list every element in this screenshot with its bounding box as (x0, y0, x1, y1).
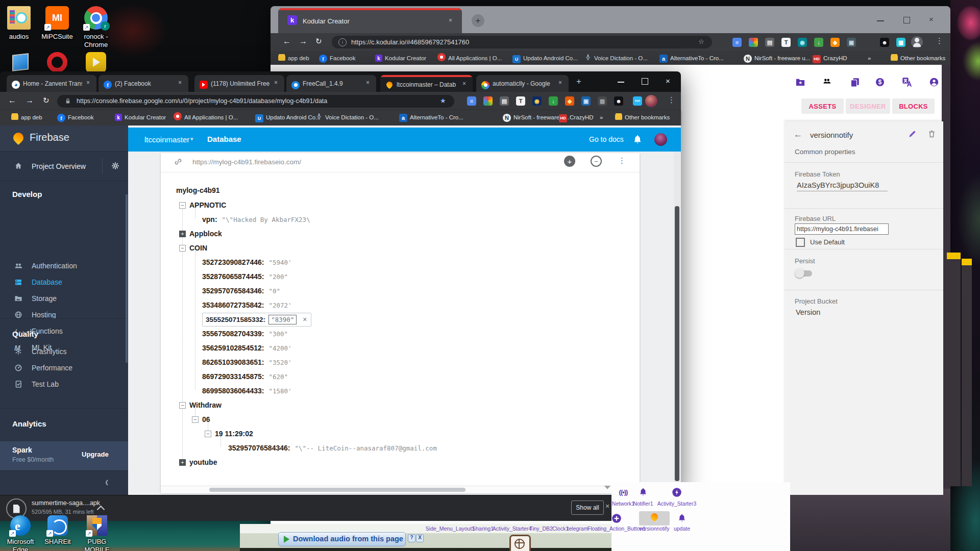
bookmark-item[interactable]: app deb (278, 54, 309, 63)
extension-icon[interactable]: ▤ (500, 96, 509, 106)
tree-row[interactable]: 352876065874445:"200" (202, 271, 288, 282)
bookmark-item[interactable]: UUpdato Android Co... (512, 54, 578, 63)
card-hscrollbar[interactable] (161, 486, 640, 493)
tree-key[interactable]: 862651039083651: (202, 358, 264, 366)
tree-row[interactable]: 869729033145875:"620" (202, 371, 288, 382)
tree-row[interactable]: 353486072735842:"2072' (202, 299, 292, 311)
extension-icon[interactable]: ◉ (798, 38, 807, 47)
outer-minimize-button[interactable] (877, 20, 884, 21)
tree-value[interactable]: "3520' (268, 359, 291, 366)
tree-node-name[interactable]: APPNOTIC (189, 201, 226, 209)
tab-close-icon[interactable]: × (274, 79, 278, 86)
extension-icon[interactable]: ≡ (467, 96, 476, 106)
extension-icon[interactable]: TFF (633, 96, 642, 106)
new-tab-button[interactable]: + (472, 14, 484, 27)
bookmark-item[interactable]: kKodular Creator (375, 54, 426, 63)
tree-toggle-collapse-icon[interactable]: − (179, 202, 186, 209)
tree-key[interactable]: 352957076584346: (202, 287, 264, 295)
desktop-icon-youtube[interactable] (86, 52, 106, 72)
bookmark-item[interactable]: aAlternativeTo - Cro... (659, 54, 724, 63)
component-label[interactable]: Network1 (612, 500, 634, 507)
bookmark-item[interactable]: fFacebook (319, 54, 356, 63)
extension-icon[interactable]: ☻ (614, 96, 623, 106)
remove-node-button[interactable]: − (591, 156, 602, 167)
bookmark-item[interactable]: app deb (11, 113, 42, 122)
tree-row[interactable]: −COIN (179, 242, 207, 254)
browser-tab[interactable]: (1178) Unlimited Free (× (194, 75, 284, 92)
inner-menu-kebab-icon[interactable]: ⋮ (668, 95, 675, 105)
tree-toggle-expand-icon[interactable]: + (179, 459, 186, 466)
tree-toggle-collapse-icon[interactable]: − (205, 431, 211, 437)
extension-icon[interactable]: ☻ (880, 38, 889, 47)
browser-tab[interactable]: automaticlly - Google× (476, 75, 569, 92)
component-label[interactable]: Notifier1 (633, 500, 653, 507)
back-arrow-icon[interactable]: ← (794, 130, 802, 140)
tree-value[interactable]: "4200' (268, 344, 291, 352)
outer-close-button[interactable]: × (929, 15, 934, 23)
tab-close-icon[interactable]: × (178, 79, 182, 86)
extension-icon[interactable]: ▣ (847, 38, 856, 47)
tree-value[interactable]: "2072' (268, 302, 291, 309)
extension-icon[interactable]: ≡ (732, 38, 742, 47)
bookmark-item[interactable]: All Applications | O... (174, 113, 238, 122)
tree-row[interactable]: −06 (192, 414, 210, 425)
bellp-icon[interactable] (638, 487, 648, 497)
link-icon[interactable] (174, 158, 182, 168)
tree-key[interactable]: 869729033145875: (202, 372, 264, 381)
cancel-edit-icon[interactable]: × (303, 315, 307, 323)
download-filename[interactable]: summertime-saga....apk (32, 499, 100, 507)
tree-key[interactable]: 355675082704339: (202, 330, 264, 338)
desktop-icon-opera[interactable] (47, 52, 67, 72)
audio-help-button[interactable]: ? (408, 534, 415, 542)
desktop-icon-ronock---chrome[interactable]: r↗ (84, 6, 108, 30)
people-icon[interactable] (823, 77, 834, 88)
tree-row[interactable]: 352723090827446:"5940' (202, 257, 292, 268)
tab-close-icon[interactable]: × (558, 79, 562, 86)
tree-key[interactable]: 352957076584346: (228, 444, 290, 452)
outer-maximize-button[interactable] (903, 17, 910, 23)
bookmark-item[interactable]: » (868, 54, 871, 63)
extension-icon[interactable]: ↓ (549, 96, 558, 106)
use-default-checkbox[interactable] (796, 238, 805, 247)
bolt-icon[interactable] (672, 487, 682, 497)
tree-row[interactable]: vpn:"\"Hacked By AkbarFX23\ (202, 214, 310, 225)
download-audio-button[interactable]: Download audio from this page (278, 532, 406, 546)
go-to-docs-link[interactable]: Go to docs (589, 135, 624, 143)
sidebar-collapse-icon[interactable]: ‹ (105, 474, 108, 490)
tree-node-name[interactable]: 06 (202, 415, 210, 423)
tree-row[interactable]: 356259102854512:"4200' (202, 342, 292, 354)
desktop-icon-mipcsuite[interactable]: MI↗ (45, 6, 69, 30)
browser-tab[interactable]: f(2) Facebook× (99, 75, 188, 92)
tab-close-icon[interactable]: × (449, 17, 452, 24)
tree-toggle-collapse-icon[interactable]: − (192, 416, 199, 423)
tree-key[interactable]: 352876065874445: (202, 272, 264, 281)
show-all-button[interactable]: Show all (571, 500, 604, 515)
tree-key[interactable]: 356259102854512: (202, 344, 264, 352)
tree-toggle-collapse-icon[interactable]: − (179, 245, 186, 252)
bookmark-item[interactable]: Voice Dictation - O... (584, 54, 648, 63)
docs-icon[interactable] (850, 77, 861, 88)
tree-value[interactable]: "\"-- LiteCoin--anasaraf807@gmail.com (295, 444, 436, 452)
extension-icon[interactable]: ◆ (565, 96, 574, 106)
tree-key[interactable]: vpn: (202, 215, 217, 223)
inner-new-tab-button[interactable]: + (573, 76, 585, 88)
header-nav-database[interactable]: Database (207, 135, 241, 143)
tree-node-name[interactable]: COIN (189, 244, 207, 252)
extension-icon[interactable]: ▤ (765, 38, 774, 47)
tab-blocks[interactable]: BLOCKS (892, 98, 935, 114)
extension-icon[interactable]: ◆ (830, 38, 840, 47)
tree-value[interactable]: "620" (268, 373, 288, 381)
tree-row[interactable]: 355675082704339:"300" (202, 328, 288, 339)
tree-value[interactable]: "\"Hacked By AkbarFX23\ (222, 216, 310, 223)
bookmark-item[interactable]: fFacebook (57, 113, 94, 122)
tree-value[interactable]: "0" (268, 287, 280, 295)
outer-menu-kebab-icon[interactable]: ⋮ (936, 36, 943, 45)
delete-trash-icon[interactable] (927, 130, 936, 140)
tree-toggle-collapse-icon[interactable]: − (179, 402, 186, 409)
extension-icon[interactable] (483, 96, 493, 106)
tab-close-icon[interactable]: × (366, 79, 370, 86)
tree-root-name[interactable]: mylog-c4b91 (176, 186, 220, 194)
chevron-down-icon[interactable]: ▾ (190, 136, 193, 142)
bookmark-item[interactable]: HDCrazyHD (813, 54, 847, 63)
inner-close-button[interactable]: × (666, 77, 670, 85)
